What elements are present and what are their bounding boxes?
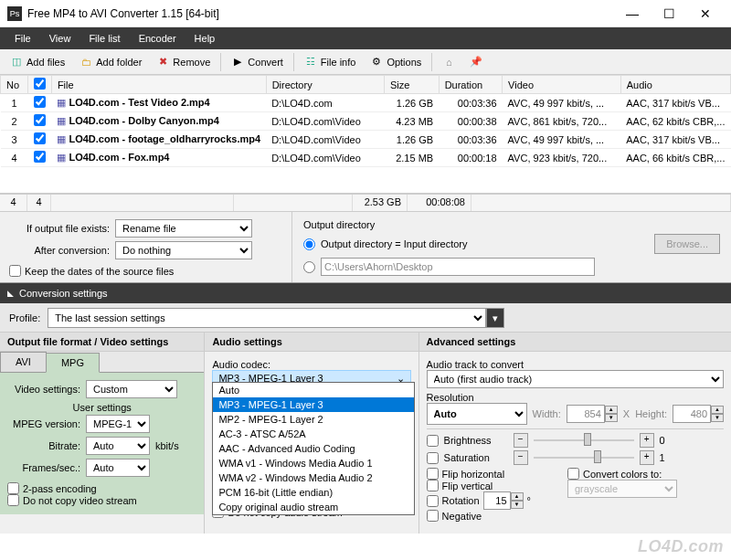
- codec-option[interactable]: Auto: [213, 383, 414, 397]
- outdir-input-radio[interactable]: [303, 238, 315, 250]
- brightness-slider[interactable]: [534, 433, 634, 448]
- negative-checkbox[interactable]: [427, 510, 439, 522]
- options-button[interactable]: ⚙Options: [364, 53, 428, 71]
- table-row[interactable]: 4 ▦ LO4D.com - Fox.mp4 D:\LO4D.com\Video…: [1, 149, 731, 167]
- row-checkbox[interactable]: [34, 132, 46, 144]
- codec-option[interactable]: WMA v1 - Windows Media Audio 1: [213, 456, 414, 470]
- maximize-button[interactable]: ☐: [651, 0, 687, 27]
- keep-dates-checkbox[interactable]: [9, 265, 21, 277]
- advanced-settings-panel: Advanced settings Audio track to convert…: [419, 333, 731, 534]
- twopass-checkbox[interactable]: [7, 482, 19, 494]
- pin-button[interactable]: 📌: [463, 53, 489, 71]
- twopass-label: 2-pass encoding: [23, 483, 97, 494]
- tab-avi[interactable]: AVI: [0, 352, 47, 372]
- row-checkbox[interactable]: [34, 151, 46, 163]
- fliph-checkbox[interactable]: [427, 468, 439, 480]
- mpeg-version-label: MPEG version:: [7, 418, 80, 429]
- after-conv-select[interactable]: Do nothing: [115, 241, 252, 259]
- convcolors-label: Convert colors to:: [583, 469, 662, 480]
- cell-audio: AAC, 66 kbit/s CBR,...: [620, 149, 730, 167]
- tab-mpg[interactable]: MPG: [46, 353, 100, 373]
- convcolors-checkbox[interactable]: [567, 468, 579, 480]
- close-button[interactable]: ✕: [687, 0, 724, 27]
- minus-button[interactable]: −: [514, 433, 528, 448]
- codec-option[interactable]: MP3 - MPEG-1 Layer 3: [213, 397, 414, 412]
- row-checkbox[interactable]: [34, 96, 46, 108]
- audio-codec-dropdown[interactable]: AutoMP3 - MPEG-1 Layer 3MP2 - MPEG-1 Lay…: [212, 382, 415, 515]
- video-file-icon: ▦: [57, 115, 66, 126]
- home-button[interactable]: ⌂: [436, 53, 461, 71]
- add-file-icon: ◫: [10, 56, 23, 69]
- height-stepper[interactable]: ▲▼: [673, 405, 724, 423]
- bitrate-select[interactable]: Auto: [86, 437, 150, 455]
- remove-button[interactable]: ✖Remove: [150, 53, 217, 71]
- menu-filelist[interactable]: File list: [79, 33, 129, 44]
- file-info-button[interactable]: ☷File info: [298, 53, 363, 71]
- header-no[interactable]: No: [1, 76, 28, 94]
- plus-button[interactable]: +: [640, 450, 654, 465]
- cell-file: ▦ LO4D.com - footage_oldharryrocks.mp4: [51, 131, 266, 149]
- add-files-button[interactable]: ◫Add files: [4, 53, 71, 71]
- audio-track-select[interactable]: Auto (first audio track): [427, 370, 724, 388]
- browse-button[interactable]: Browse...: [654, 234, 720, 254]
- width-stepper[interactable]: ▲▼: [567, 405, 618, 423]
- totals-count: 4: [0, 195, 27, 211]
- flipv-checkbox[interactable]: [427, 480, 439, 491]
- table-row[interactable]: 2 ▦ LO4D.com - Dolby Canyon.mp4 D:\LO4D.…: [1, 112, 731, 131]
- check-all[interactable]: [34, 78, 46, 90]
- rotation-checkbox[interactable]: [427, 495, 439, 507]
- row-checkbox[interactable]: [34, 114, 46, 126]
- codec-option[interactable]: MP2 - MPEG-1 Layer 2: [213, 412, 414, 427]
- video-settings-select[interactable]: Custom: [86, 380, 177, 398]
- plus-button[interactable]: +: [640, 433, 654, 448]
- table-row[interactable]: 1 ▦ LO4D.com - Test Video 2.mp4 D:\LO4D.…: [1, 94, 731, 112]
- rotation-stepper[interactable]: ▲▼: [483, 491, 524, 510]
- add-folder-button[interactable]: 🗀Add folder: [73, 53, 148, 71]
- profile-select[interactable]: The last session settings: [48, 308, 486, 328]
- menu-file[interactable]: File: [5, 33, 40, 44]
- header-size[interactable]: Size: [384, 76, 439, 94]
- saturation-slider[interactable]: [534, 450, 634, 465]
- table-row[interactable]: 3 ▦ LO4D.com - footage_oldharryrocks.mp4…: [1, 131, 731, 149]
- brightness-checkbox[interactable]: [427, 435, 439, 447]
- codec-option[interactable]: AAC - Advanced Audio Coding: [213, 441, 414, 456]
- add-folder-icon: 🗀: [79, 56, 92, 69]
- bitrate-label: Bitrate:: [7, 440, 80, 451]
- minus-button[interactable]: −: [514, 450, 528, 465]
- menu-encoder[interactable]: Encoder: [130, 33, 185, 44]
- conversion-settings-header[interactable]: Conversion settings: [0, 283, 731, 303]
- minimize-button[interactable]: —: [614, 0, 651, 27]
- mpeg-version-select[interactable]: MPEG-1: [86, 415, 150, 433]
- user-settings-label: User settings: [7, 402, 196, 413]
- menu-help[interactable]: Help: [185, 33, 225, 44]
- file-list[interactable]: No File Directory Size Duration Video Au…: [0, 75, 731, 194]
- header-check[interactable]: [27, 76, 51, 94]
- menu-view[interactable]: View: [40, 33, 80, 44]
- totals-row: 4 4 2.53 GB 00:08:08: [0, 194, 731, 212]
- saturation-checkbox[interactable]: [427, 452, 439, 464]
- header-directory[interactable]: Directory: [266, 76, 384, 94]
- cell-video: AVC, 861 kbit/s, 720...: [503, 112, 621, 131]
- cell-file: ▦ LO4D.com - Test Video 2.mp4: [51, 94, 266, 112]
- resolution-select[interactable]: Auto: [427, 403, 527, 425]
- nocopyvid-checkbox[interactable]: [7, 494, 19, 506]
- header-audio[interactable]: Audio: [620, 76, 730, 94]
- if-exists-select[interactable]: Rename file: [115, 219, 252, 238]
- codec-option[interactable]: WMA v2 - Windows Media Audio 2: [213, 470, 414, 485]
- convert-button[interactable]: ▶Convert: [225, 53, 290, 71]
- outdir-path-field[interactable]: [321, 258, 595, 276]
- fps-select[interactable]: Auto: [86, 459, 150, 477]
- profile-dropdown-button[interactable]: ▾: [486, 308, 504, 328]
- codec-option[interactable]: Copy original audio stream: [213, 500, 414, 514]
- colorspace-select[interactable]: grayscale: [567, 480, 677, 498]
- cell-size: 4.23 MB: [384, 112, 439, 131]
- codec-option[interactable]: PCM 16-bit (Little endian): [213, 485, 414, 500]
- codec-option[interactable]: AC-3 - ATSC A/52A: [213, 427, 414, 441]
- cell-dir: D:\LO4D.com\Video: [266, 112, 384, 131]
- header-duration[interactable]: Duration: [439, 76, 502, 94]
- info-icon: ☷: [304, 56, 317, 69]
- header-file[interactable]: File: [51, 76, 266, 94]
- video-settings-panel: Output file format / Video settings AVI …: [0, 333, 205, 534]
- outdir-custom-radio[interactable]: [303, 261, 315, 273]
- header-video[interactable]: Video: [503, 76, 621, 94]
